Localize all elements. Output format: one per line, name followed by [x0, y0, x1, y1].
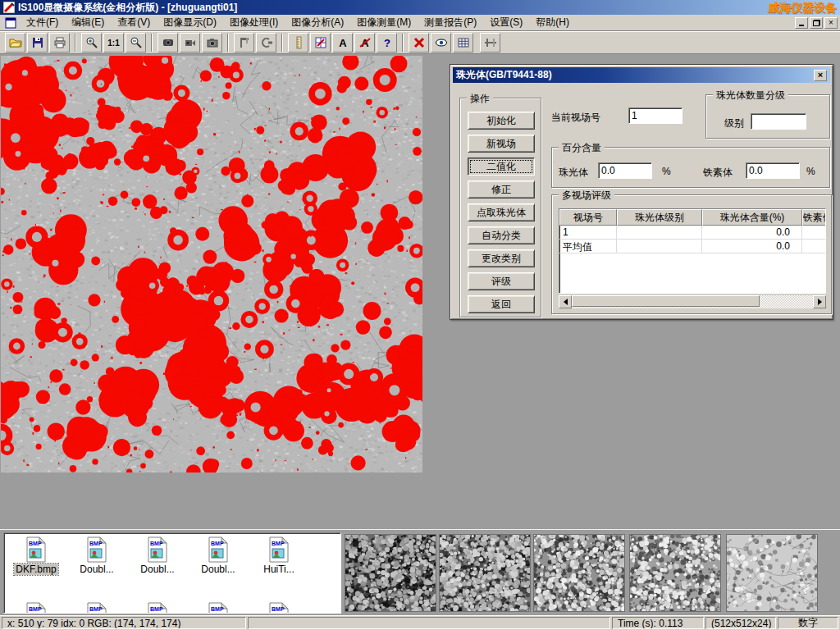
level-input[interactable]	[751, 113, 806, 130]
dialog-title: 珠光体(GB/T9441-88)	[456, 68, 552, 82]
menu-image-processing[interactable]: 图像处理(I)	[223, 14, 285, 31]
text-icon: A	[336, 36, 349, 49]
measure-grid-button[interactable]	[310, 33, 331, 52]
scrollbar-track[interactable]	[572, 295, 813, 308]
col-pearlite-content: 珠光体含量(%)	[702, 209, 802, 226]
file-list: BMP DKF.bmp BMP Doubl... BMP Doubl... BM…	[3, 532, 341, 614]
file-item[interactable]: BMP DKF.bmp	[6, 536, 66, 575]
bmp-file-icon: BMP	[205, 602, 231, 614]
measure-caliper-button[interactable]	[480, 33, 500, 52]
file-name: Doubl...	[139, 564, 176, 575]
mdi-restore-button[interactable]	[810, 17, 823, 29]
zoom-actual-label: 1:1	[107, 39, 119, 48]
mdi-close-button[interactable]: ×	[824, 17, 838, 29]
file-row: BMP DKF.bmp BMP Doubl... BMP Doubl... BM…	[6, 536, 309, 575]
open-button[interactable]	[5, 33, 25, 52]
file-name: HuiTi...	[262, 564, 296, 575]
zoom-in-button[interactable]	[81, 33, 102, 52]
app-icon	[3, 2, 15, 13]
file-item[interactable]: BMP	[188, 602, 249, 614]
thumbnail-1[interactable]	[345, 534, 436, 612]
image-size-status: (512x512x24)	[705, 617, 776, 629]
file-item[interactable]: BMP	[127, 602, 188, 614]
percent-group: 百分含量 珠光体 0.0 % 铁素体 0.0 %	[551, 147, 830, 188]
return-button[interactable]: 返回	[468, 295, 535, 313]
file-item[interactable]: BMP Doubl...	[127, 536, 188, 575]
application-window: IS100显微摄像系统(金相分析版) - [zhuguangti01] 威海仪器…	[0, 0, 840, 630]
scroll-right-button[interactable]	[813, 295, 826, 308]
correct-button[interactable]: 修正	[468, 180, 535, 199]
zoom-out-button[interactable]	[126, 33, 146, 52]
menu-image-measure[interactable]: 图像测量(M)	[350, 14, 418, 31]
pearlite-percent-input[interactable]: 0.0	[598, 162, 652, 179]
menu-view[interactable]: 查看(V)	[111, 14, 157, 31]
help-button[interactable]: ?	[377, 33, 397, 52]
ruler-icon	[292, 36, 305, 49]
auto-classify-button[interactable]: 自动分类	[468, 226, 535, 244]
dialog-title-bar[interactable]: 珠光体(GB/T9441-88) ×	[453, 67, 830, 83]
initialize-button[interactable]: 初始化	[468, 112, 535, 130]
grading-group-label: 珠光体数量分级	[713, 89, 788, 103]
ferrite-percent-input[interactable]: 0.0	[746, 162, 800, 179]
file-item[interactable]: BMP	[6, 602, 66, 614]
preview-button[interactable]	[431, 33, 451, 52]
thumbnail-3[interactable]	[533, 534, 625, 612]
thumbnail-2[interactable]	[439, 534, 531, 612]
scrollbar-thumb[interactable]	[572, 295, 760, 307]
menu-settings[interactable]: 设置(S)	[483, 14, 529, 31]
menu-image-analysis[interactable]: 图像分析(A)	[285, 14, 350, 31]
menu-edit[interactable]: 编辑(E)	[65, 14, 111, 31]
current-field-input[interactable]: 1	[628, 107, 682, 124]
cell-field: 平均值	[559, 240, 617, 253]
file-row-partial: BMP BMP BMP BMP BMP	[6, 602, 309, 614]
file-name: Doubl...	[78, 564, 115, 575]
measure-caliper-icon	[484, 36, 497, 49]
pick-pearlite-button[interactable]: 点取珠光体	[468, 203, 535, 221]
toolbar-separator	[281, 34, 283, 52]
menu-measure-report[interactable]: 测量报告(P)	[418, 14, 483, 31]
ferrite-label: 铁素体	[703, 166, 733, 180]
file-item[interactable]: BMP Doubl...	[66, 536, 127, 575]
open-icon	[9, 36, 22, 49]
delete-measure-button[interactable]	[409, 33, 429, 52]
file-item[interactable]: BMP	[249, 602, 309, 614]
menu-image-display[interactable]: 图像显示(D)	[157, 14, 223, 31]
mdi-minimize-button[interactable]	[795, 17, 808, 29]
scroll-left-button[interactable]	[559, 295, 572, 308]
pearlite-dialog: 珠光体(GB/T9441-88) × 操作 初始化 新视场 二值化 修正 点取珠…	[450, 64, 833, 320]
still-camera-button[interactable]	[202, 33, 222, 52]
thumbnail-4[interactable]	[629, 534, 721, 612]
text-button[interactable]: A	[332, 33, 353, 52]
caliper-button[interactable]	[234, 33, 254, 52]
arrow-left-icon	[564, 299, 568, 305]
ruler-button[interactable]	[288, 33, 308, 52]
title-bar[interactable]: IS100显微摄像系统(金相分析版) - [zhuguangti01] 威海仪器…	[0, 0, 840, 15]
change-category-button[interactable]: 更改类别	[468, 249, 535, 267]
metallographic-image[interactable]	[1, 56, 422, 472]
zoom-in-icon	[85, 36, 98, 49]
zoom-actual-button[interactable]: 1:1	[103, 33, 124, 52]
table-row[interactable]: 平均值 0.0	[559, 240, 826, 253]
grid-button[interactable]	[453, 33, 473, 52]
bmp-file-icon: BMP	[144, 602, 171, 614]
menu-file[interactable]: 文件(F)	[20, 14, 65, 31]
restore-icon	[813, 20, 820, 26]
binarize-button[interactable]: 二值化	[468, 158, 535, 176]
video-camera-button[interactable]	[180, 33, 200, 52]
capture-button[interactable]	[158, 33, 178, 52]
mdi-child-icon[interactable]	[5, 17, 16, 29]
file-item[interactable]: BMP	[66, 602, 127, 614]
save-button[interactable]	[27, 33, 48, 52]
rate-button[interactable]: 评级	[468, 272, 535, 290]
table-row[interactable]: 1 0.0	[559, 226, 826, 240]
print-button[interactable]	[49, 33, 70, 52]
file-item[interactable]: BMP HuiTi...	[249, 536, 309, 575]
new-field-button[interactable]: 新视场	[468, 135, 535, 153]
menu-help[interactable]: 帮助(H)	[529, 14, 576, 31]
dialog-close-button[interactable]: ×	[814, 70, 827, 81]
micrometer-button[interactable]	[256, 33, 276, 52]
thumbnail-5[interactable]	[726, 534, 818, 612]
dialog-body: 操作 初始化 新视场 二值化 修正 点取珠光体 自动分类 更改类别 评级 返回 …	[453, 83, 830, 317]
text-off-button[interactable]: A	[354, 33, 375, 52]
file-item[interactable]: BMP Doubl...	[188, 536, 249, 575]
